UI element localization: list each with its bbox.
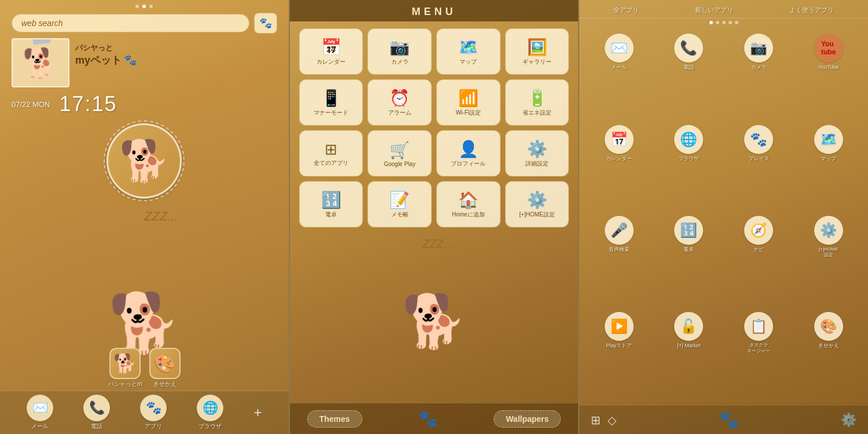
manner-label: マナーモード <box>314 109 348 117</box>
search-input[interactable]: web search <box>12 14 249 32</box>
diamond-icon[interactable]: ◇ <box>608 413 616 427</box>
themes-button[interactable]: Themes <box>307 410 362 428</box>
pet-header: 🐕 パシヤっと myペット 🐾 <box>12 38 277 87</box>
lace-border <box>104 120 185 201</box>
add-button[interactable]: + <box>254 404 262 421</box>
dock-mail[interactable]: ✉️ メール <box>27 395 53 431</box>
phone-icon[interactable]: 📞 <box>674 34 703 62</box>
menu-item-memo[interactable]: 📝 メモ帳 <box>367 181 432 227</box>
menu-item-calendar[interactable]: 📅 24 カレンダー <box>299 28 363 75</box>
memo-label: メモ帳 <box>391 211 409 219</box>
app-mail[interactable]: ✉️ メール <box>585 30 653 119</box>
app-browser[interactable]: 🌐 ブラウザ <box>655 122 723 211</box>
menu-item-allapps[interactable]: ⊞ 全てのアプリ <box>299 130 363 176</box>
menu-bottom-bar: Themes 🐾 Wallpapers <box>290 403 579 434</box>
dot-3 <box>149 5 153 8</box>
app-navi[interactable]: 🧭 ナビ <box>725 212 793 306</box>
menu-item-profile[interactable]: 👤 プロフィール <box>436 130 501 176</box>
menu-item-homesettings[interactable]: ⚙️ [+]HOME設定 <box>505 181 569 227</box>
gallery-label: ギャラリー <box>523 58 551 66</box>
app-market[interactable]: 🔓 [+] Market <box>655 308 723 402</box>
allapps-label: 全てのアプリ <box>314 159 348 167</box>
menu-item-googleplay[interactable]: 🛒 Google Play <box>367 130 432 176</box>
apps-icon[interactable]: 🐾 <box>140 395 167 421</box>
menu-item-gallery[interactable]: 🖼️ ギャラリー <box>505 28 569 75</box>
menu-item-manner[interactable]: 📱 マナーモード <box>299 79 363 126</box>
home-settings-icon[interactable]: ⚙️ <box>814 216 843 245</box>
place-icon[interactable]: 🐾 <box>744 125 773 154</box>
calculator-icon[interactable]: 🔢 <box>674 216 703 245</box>
app-calculator[interactable]: 🔢 電卓 <box>655 212 723 306</box>
browser-label: ブラウザ <box>198 422 222 431</box>
search-button[interactable]: 🐾 <box>254 13 277 34</box>
phone-icon[interactable]: 📞 <box>83 395 110 421</box>
camera-icon[interactable]: 📷 <box>744 34 773 62</box>
search-bar[interactable]: web search 🐾 <box>12 13 277 34</box>
menu-grid: 📅 24 カレンダー 📷 カメラ 🗺️ マップ 🖼️ ギャラリー 📱 マナーモー… <box>290 21 579 234</box>
paw-center[interactable]: 🐾 <box>719 410 739 429</box>
phone-label: 電話 <box>683 64 694 71</box>
settings-icon[interactable]: ⚙️ <box>841 413 856 428</box>
voice-search-icon[interactable]: 🎤 <box>605 216 634 245</box>
menu-item-wifi[interactable]: 📶 Wi-Fi設定 <box>436 79 501 126</box>
place-label: プレイス <box>748 156 769 162</box>
browser-icon[interactable]: 🌐 <box>674 125 703 154</box>
app-home-settings[interactable]: ⚙️ [+]HOME 設定 <box>795 212 862 306</box>
taskmanager-icon[interactable]: 📋 <box>744 312 773 341</box>
app-calendar[interactable]: 📅 カレンダー <box>585 122 653 211</box>
app-voice-search[interactable]: 🎤 音声検索 <box>585 212 653 306</box>
tape-deco <box>33 38 51 45</box>
menu-item-alarm[interactable]: ⏰ アラーム <box>367 79 432 126</box>
calculator-label: 電卓 <box>325 211 337 219</box>
mail-icon[interactable]: ✉️ <box>27 395 53 421</box>
dock-phone[interactable]: 📞 電話 <box>83 395 110 431</box>
market-icon[interactable]: 🔓 <box>674 312 703 341</box>
kisekae-icon[interactable]: 🎨 <box>814 312 843 341</box>
app-camera[interactable]: 📷 カメラ <box>725 30 793 119</box>
app-place[interactable]: 🐾 プレイス <box>725 122 793 211</box>
tab-new-apps[interactable]: 新しいアプリ <box>692 5 737 16</box>
mail-icon[interactable]: ✉️ <box>605 34 634 62</box>
widget-kisekae[interactable]: 🎨 きせかえ <box>149 348 181 388</box>
menu-item-camera[interactable]: 📷 カメラ <box>367 28 432 75</box>
youtube-label: YouTube <box>818 64 838 71</box>
widget-icon-kisekae[interactable]: 🎨 <box>149 348 181 379</box>
wallpapers-button[interactable]: Wallpapers <box>494 410 561 428</box>
dock-browser[interactable]: 🌐 ブラウザ <box>197 395 223 431</box>
widget-pashyatto[interactable]: 🐕 パシャっとm <box>108 348 142 388</box>
app-taskmanager[interactable]: 📋 タスクマ ネージャー <box>725 308 793 402</box>
maps-icon[interactable]: 🗺️ <box>814 125 843 154</box>
youtube-icon[interactable]: Youtube <box>814 34 843 62</box>
paw-center: 🐾 <box>418 409 438 428</box>
grid-icon[interactable]: ⊞ <box>591 413 601 427</box>
app-kisekae[interactable]: 🎨 きせかえ <box>795 308 862 402</box>
allapps-icon: ⊞ <box>325 142 337 157</box>
powersave-icon: 🔋 <box>527 90 547 106</box>
profile-icon: 👤 <box>458 141 479 157</box>
tab-frequent-apps[interactable]: よく使うアプリ <box>786 5 837 16</box>
widget-icon-pashyatto[interactable]: 🐕 <box>109 348 141 379</box>
menu-item-calculator[interactable]: 🔢 電卓 <box>299 181 363 227</box>
tab-all-apps[interactable]: 全アプリ <box>610 5 642 16</box>
menu-item-addtohome[interactable]: 🏠 Homeに追加 <box>436 181 501 227</box>
calculator-label: 電卓 <box>683 247 694 253</box>
browser-icon[interactable]: 🌐 <box>197 395 223 421</box>
app-grid: ✉️ メール 📞 電話 📷 カメラ Youtube YouTube 📅 カレンダ… <box>579 27 868 406</box>
app-youtube[interactable]: Youtube YouTube <box>795 30 862 119</box>
menu-item-settings[interactable]: ⚙️ 詳細設定 <box>505 130 569 176</box>
googleplay-icon: 🛒 <box>389 142 410 159</box>
memo-icon: 📝 <box>389 192 410 208</box>
app-maps[interactable]: 🗺️ マップ <box>795 122 862 211</box>
calendar-icon[interactable]: 📅 <box>605 125 634 154</box>
dock-apps[interactable]: 🐾 アプリ <box>140 395 167 431</box>
pet-photo: 🐕 <box>12 38 69 87</box>
app-phone[interactable]: 📞 電話 <box>655 30 723 119</box>
navi-icon[interactable]: 🧭 <box>744 216 773 245</box>
playstore-icon[interactable]: ▶️ <box>605 312 634 341</box>
app-playstore[interactable]: ▶️ Playストア <box>585 308 653 402</box>
menu-item-powersave[interactable]: 🔋 省エネ設定 <box>505 79 569 126</box>
camera-icon: 📷 <box>389 39 410 56</box>
settings-label: 詳細設定 <box>525 160 549 168</box>
mail-label: メール <box>31 422 49 431</box>
menu-item-map[interactable]: 🗺️ マップ <box>436 28 501 75</box>
